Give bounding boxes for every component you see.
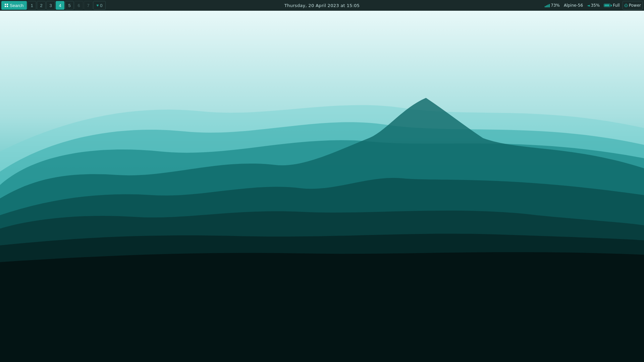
volume-icon: ◄ xyxy=(587,3,590,8)
notification-button[interactable]: ♥ 0 xyxy=(93,1,105,10)
search-button[interactable]: Search xyxy=(1,1,27,10)
workspace-4[interactable]: 4 xyxy=(56,1,64,10)
wallpaper xyxy=(0,11,644,362)
workspace-2[interactable]: 2 xyxy=(37,1,46,10)
signal-bars-icon xyxy=(545,3,550,7)
taskbar: Search 1 2 3 4 5 6 7 ♥ 0 Thursday, xyxy=(0,0,644,11)
battery-indicator[interactable]: Full xyxy=(602,1,621,10)
workspace-3[interactable]: 3 xyxy=(46,1,55,10)
workspace-7[interactable]: 7 xyxy=(84,1,93,10)
taskbar-left: Search 1 2 3 4 5 6 7 ♥ 0 xyxy=(1,1,543,10)
datetime-display: Thursday, 20 April 2023 at 15:05 xyxy=(284,3,360,8)
notification-count: 0 xyxy=(100,3,102,8)
heart-icon: ♥ xyxy=(96,3,99,8)
battery-icon xyxy=(604,4,612,7)
volume-percent: 35% xyxy=(591,3,600,8)
power-label: Power xyxy=(629,3,641,8)
search-label: Search xyxy=(10,3,23,8)
battery-status: Full xyxy=(613,3,620,8)
workspace-6[interactable]: 6 xyxy=(74,1,83,10)
power-button[interactable]: ⏻ Power xyxy=(623,1,643,10)
signal-indicator[interactable]: 73% xyxy=(543,1,561,10)
system-tray: 73% Alpine-56 ◄ 35% Full ⏻ Power xyxy=(543,1,643,10)
volume-indicator[interactable]: ◄ 35% xyxy=(586,1,601,10)
signal-percent: 73% xyxy=(551,3,560,8)
workspace-1[interactable]: 1 xyxy=(28,1,36,10)
workspace-5[interactable]: 5 xyxy=(65,1,74,10)
grid-icon xyxy=(5,4,8,7)
wifi-name[interactable]: Alpine-56 xyxy=(562,1,584,10)
desktop xyxy=(0,11,644,362)
power-icon: ⏻ xyxy=(624,3,628,8)
